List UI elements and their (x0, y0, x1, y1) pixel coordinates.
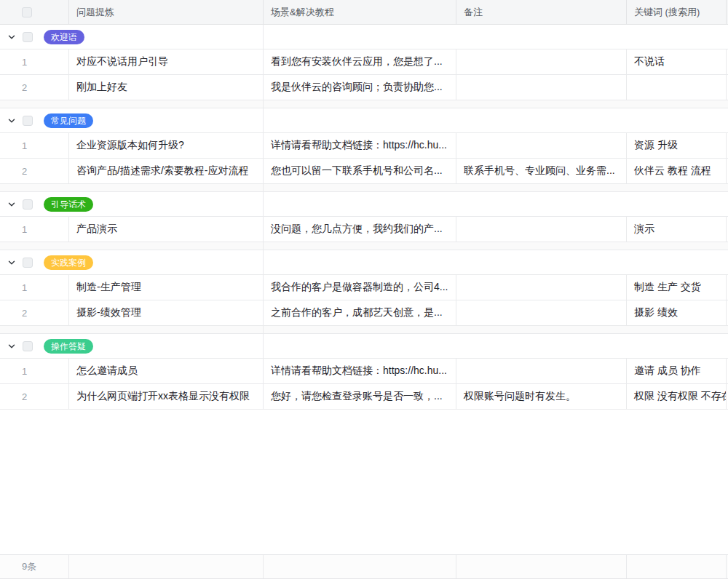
cell-text: 摄影 绩效 (634, 306, 678, 319)
chevron-down-icon[interactable] (7, 33, 16, 41)
footer-cell (264, 555, 456, 578)
cell-scenario[interactable]: 您也可以留一下联系手机号和公司名... (264, 159, 456, 183)
cell-question[interactable]: 企业资源版本如何升级? (69, 133, 264, 158)
group-checkbox[interactable] (23, 199, 33, 210)
table-row: 1企业资源版本如何升级?详情请看帮助文档链接：https://hc.hu...资… (0, 133, 728, 159)
cell-question[interactable]: 怎么邀请成员 (69, 359, 264, 383)
cell-text: 资源 升级 (634, 139, 678, 152)
gap-divider (0, 184, 264, 191)
chevron-down-icon[interactable] (7, 258, 16, 267)
cell-keywords[interactable]: 资源 升级 (627, 133, 727, 158)
cell-text: 刚加上好友 (76, 81, 127, 94)
row-index-cell[interactable]: 2 (0, 75, 69, 100)
row-number: 2 (22, 308, 27, 319)
gap-divider (0, 100, 264, 108)
column-header-label: 关键词 (搜索用) (634, 6, 700, 19)
row-index-cell[interactable]: 2 (0, 159, 69, 183)
row-index-cell[interactable]: 2 (0, 384, 69, 409)
table-row: 1怎么邀请成员详情请看帮助文档链接：https://hc.hu...邀请 成员 … (0, 359, 728, 384)
cell-text: 邀请 成员 协作 (634, 364, 701, 378)
group-badge[interactable]: 常见问题 (44, 113, 93, 128)
cell-note[interactable] (456, 359, 627, 383)
group-header-row: 操作答疑 (0, 334, 728, 359)
cell-scenario[interactable]: 没问题，您几点方便，我约我们的产... (264, 217, 456, 242)
footer-cell (456, 555, 627, 578)
group-gap (0, 326, 728, 334)
cell-note[interactable] (456, 49, 627, 74)
column-header-note[interactable]: 备注 (456, 0, 627, 24)
table-row: 2刚加上好友我是伙伴云的咨询顾问；负责协助您... (0, 75, 728, 100)
cell-note[interactable] (456, 275, 627, 300)
cell-text: 咨询产品/描述需求/索要教程-应对流程 (76, 164, 248, 178)
chevron-down-icon[interactable] (7, 116, 16, 125)
cell-question[interactable]: 为什么网页端打开xx表格显示没有权限 (69, 384, 264, 409)
cell-scenario[interactable]: 之前合作的客户，成都艺天创意，是... (264, 300, 456, 325)
table-header-row: 问题提炼 场景&解决教程 备注 关键词 (搜索用) (0, 0, 728, 25)
cell-note[interactable] (456, 75, 627, 100)
cell-keywords[interactable] (627, 75, 727, 100)
cell-scenario[interactable]: 详情请看帮助文档链接：https://hc.hu... (264, 133, 456, 158)
grid-table: 问题提炼 场景&解决教程 备注 关键词 (搜索用) 欢迎语1对应不说话用户引导看… (0, 0, 728, 582)
chevron-down-icon[interactable] (7, 342, 16, 351)
column-header-scenario[interactable]: 场景&解决教程 (264, 0, 456, 24)
cell-question[interactable]: 对应不说话用户引导 (69, 49, 264, 74)
cell-text: 详情请看帮助文档链接：https://hc.hu... (271, 139, 447, 152)
gap-divider (0, 326, 264, 333)
cell-text: 不说话 (634, 55, 665, 68)
row-number: 2 (22, 82, 27, 93)
cell-note[interactable]: 权限账号问题时有发生。 (456, 384, 627, 409)
cell-text: 我合作的客户是做容器制造的，公司4... (271, 281, 448, 294)
row-index-cell[interactable]: 1 (0, 49, 69, 74)
cell-note[interactable] (456, 133, 627, 158)
cell-keywords[interactable]: 演示 (627, 217, 727, 242)
cell-question[interactable]: 产品演示 (69, 217, 264, 242)
column-header-question[interactable]: 问题提炼 (69, 0, 264, 24)
cell-scenario[interactable]: 详情请看帮助文档链接：https://hc.hu... (264, 359, 456, 383)
cell-scenario[interactable]: 我是伙伴云的咨询顾问；负责协助您... (264, 75, 456, 100)
row-index-cell[interactable]: 1 (0, 133, 69, 158)
cell-text: 演示 (634, 223, 654, 236)
group-badge[interactable]: 引导话术 (44, 197, 93, 212)
cell-scenario[interactable]: 我合作的客户是做容器制造的，公司4... (264, 275, 456, 300)
cell-question[interactable]: 摄影-绩效管理 (69, 300, 264, 325)
group-checkbox[interactable] (23, 341, 33, 351)
cell-note[interactable] (456, 300, 627, 325)
cell-keywords[interactable]: 不说话 (627, 49, 727, 74)
cell-keywords[interactable]: 伙伴云 教程 流程 (627, 159, 727, 183)
cell-question[interactable]: 咨询产品/描述需求/索要教程-应对流程 (69, 159, 264, 183)
group-header-row: 引导话术 (0, 192, 728, 217)
cell-text: 您也可以留一下联系手机号和公司名... (271, 164, 443, 178)
row-index-cell[interactable]: 1 (0, 275, 69, 300)
group-checkbox[interactable] (23, 258, 33, 268)
cell-keywords[interactable]: 摄影 绩效 (627, 300, 727, 325)
group-row-divider (263, 108, 264, 132)
cell-text: 企业资源版本如何升级? (76, 139, 184, 152)
chevron-down-icon[interactable] (7, 200, 16, 209)
cell-question[interactable]: 制造-生产管理 (69, 275, 264, 300)
row-index-cell[interactable]: 2 (0, 300, 69, 325)
cell-scenario[interactable]: 看到您有安装伙伴云应用，您是想了... (264, 49, 456, 74)
group-checkbox[interactable] (23, 116, 33, 126)
row-index-cell[interactable]: 1 (0, 359, 69, 383)
row-index-cell[interactable]: 1 (0, 217, 69, 242)
cell-question[interactable]: 刚加上好友 (69, 75, 264, 100)
group-row-divider (263, 334, 264, 358)
cell-scenario[interactable]: 您好，请您检查登录账号是否一致，... (264, 384, 456, 409)
cell-keywords[interactable]: 权限 没有权限 不存在 (627, 384, 727, 409)
group-badge[interactable]: 欢迎语 (44, 30, 84, 44)
group-badge[interactable]: 实践案例 (44, 255, 93, 270)
cell-note[interactable]: 联系手机号、专业顾问、业务需... (456, 159, 627, 183)
select-all-checkbox[interactable] (22, 7, 32, 17)
group-row-divider (263, 192, 264, 216)
cell-note[interactable] (456, 217, 627, 242)
group-badge[interactable]: 操作答疑 (44, 339, 93, 354)
row-number: 2 (22, 391, 27, 402)
table-row: 1产品演示没问题，您几点方便，我约我们的产...演示 (0, 217, 728, 242)
column-header-keywords[interactable]: 关键词 (搜索用) (627, 0, 727, 24)
cell-keywords[interactable]: 制造 生产 交货 (627, 275, 727, 300)
table-row: 1制造-生产管理我合作的客户是做容器制造的，公司4...制造 生产 交货 (0, 275, 728, 300)
group-checkbox[interactable] (23, 32, 33, 42)
group-header-row: 欢迎语 (0, 25, 728, 49)
cell-keywords[interactable]: 邀请 成员 协作 (627, 359, 727, 383)
cell-text: 摄影-绩效管理 (76, 306, 141, 319)
